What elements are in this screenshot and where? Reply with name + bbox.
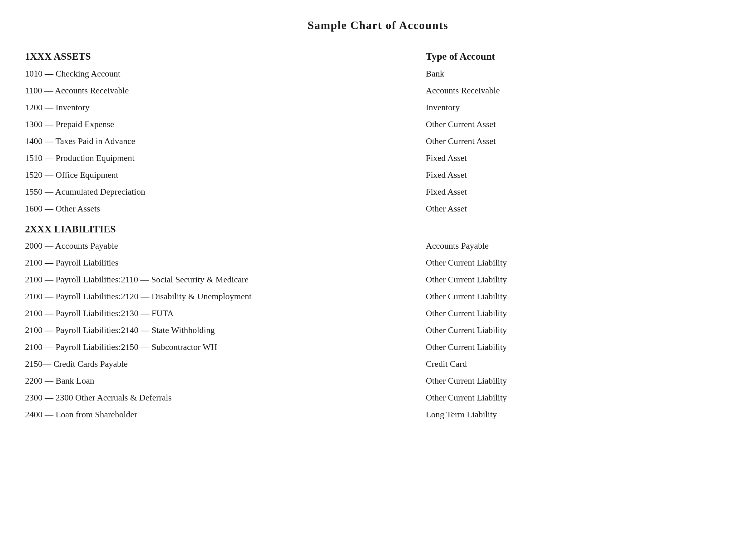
account-type: Other Current Liability bbox=[413, 374, 731, 387]
account-name: 2100 — Payroll Liabilities:2130 — FUTA bbox=[25, 307, 413, 320]
account-type: Long Term Liability bbox=[413, 408, 731, 421]
account-name: 1520 — Office Equipment bbox=[25, 168, 413, 181]
table-row: 1510 — Production EquipmentFixed Asset bbox=[25, 150, 731, 166]
account-type: Other Current Liability bbox=[413, 307, 731, 320]
account-name: 2400 — Loan from Shareholder bbox=[25, 408, 413, 421]
table-row: 2100 — Payroll LiabilitiesOther Current … bbox=[25, 254, 731, 271]
assets-list: 1010 — Checking AccountBank1100 — Accoun… bbox=[25, 65, 731, 217]
account-type: Other Current Asset bbox=[413, 135, 731, 148]
assets-section-header: 1XXX ASSETS bbox=[25, 50, 413, 62]
type-column-header: Type of Account bbox=[413, 50, 731, 62]
account-name: 2100 — Payroll Liabilities:2120 — Disabi… bbox=[25, 290, 413, 303]
table-row: 1300 — Prepaid ExpenseOther Current Asse… bbox=[25, 116, 731, 133]
account-name: 2300 — 2300 Other Accruals & Deferrals bbox=[25, 391, 413, 404]
table-row: 2100 — Payroll Liabilities:2150 — Subcon… bbox=[25, 338, 731, 356]
table-row: 2400 — Loan from ShareholderLong Term Li… bbox=[25, 406, 731, 423]
table-row: 1520 — Office EquipmentFixed Asset bbox=[25, 166, 731, 183]
account-type: Inventory bbox=[413, 101, 731, 114]
table-row: 2000 — Accounts PayableAccounts Payable bbox=[25, 238, 731, 254]
account-type: Other Current Liability bbox=[413, 256, 731, 269]
table-row: 1600 — Other AssetsOther Asset bbox=[25, 200, 731, 217]
account-type: Other Current Liability bbox=[413, 391, 731, 404]
account-name: 1550 — Acumulated Depreciation bbox=[25, 185, 413, 198]
account-type: Credit Card bbox=[413, 358, 731, 371]
account-type: Bank bbox=[413, 67, 731, 80]
table-row: 1400 — Taxes Paid in AdvanceOther Curren… bbox=[25, 133, 731, 150]
account-type: Other Current Liability bbox=[413, 273, 731, 286]
account-name: 1200 — Inventory bbox=[25, 101, 413, 114]
table-row: 2100 — Payroll Liabilities:2110 — Social… bbox=[25, 271, 731, 288]
column-headers: 1XXX ASSETS Type of Account bbox=[25, 50, 731, 62]
account-type: Other Current Liability bbox=[413, 324, 731, 337]
account-name: 1100 — Accounts Receivable bbox=[25, 84, 413, 97]
table-row: 1010 — Checking AccountBank bbox=[25, 65, 731, 82]
account-name: 1510 — Production Equipment bbox=[25, 151, 413, 165]
table-row: 2150— Credit Cards PayableCredit Card bbox=[25, 356, 731, 372]
table-row: 1550 — Acumulated DepreciationFixed Asse… bbox=[25, 183, 731, 200]
table-row: 2200 — Bank LoanOther Current Liability bbox=[25, 372, 731, 389]
table-row: 2300 — 2300 Other Accruals & DeferralsOt… bbox=[25, 389, 731, 406]
account-name: 2100 — Payroll Liabilities bbox=[25, 256, 413, 269]
account-name: 2100 — Payroll Liabilities:2140 — State … bbox=[25, 324, 413, 337]
account-type: Other Current Asset bbox=[413, 118, 731, 131]
account-type: Other Current Liability bbox=[413, 340, 731, 354]
table-row: 1200 — InventoryInventory bbox=[25, 99, 731, 116]
account-type: Other Current Liability bbox=[413, 290, 731, 303]
page-title: Sample Chart of Accounts bbox=[25, 19, 731, 32]
table-row: 2100 — Payroll Liabilities:2130 — FUTAOt… bbox=[25, 305, 731, 322]
chart-of-accounts: Sample Chart of Accounts 1XXX ASSETS Typ… bbox=[25, 19, 731, 423]
liabilities-list: 2000 — Accounts PayableAccounts Payable2… bbox=[25, 238, 731, 423]
liabilities-section-header: 2XXX LIABILITIES bbox=[25, 223, 731, 235]
account-type: Accounts Payable bbox=[413, 239, 731, 252]
table-row: 1100 — Accounts ReceivableAccounts Recei… bbox=[25, 82, 731, 99]
account-type: Fixed Asset bbox=[413, 185, 731, 198]
account-type: Other Asset bbox=[413, 202, 731, 215]
account-type: Accounts Receivable bbox=[413, 84, 731, 97]
account-name: 2200 — Bank Loan bbox=[25, 374, 413, 387]
account-name: 2100 — Payroll Liabilities:2150 — Subcon… bbox=[25, 340, 413, 354]
account-name: 1600 — Other Assets bbox=[25, 202, 413, 215]
table-row: 2100 — Payroll Liabilities:2140 — State … bbox=[25, 322, 731, 338]
account-type: Fixed Asset bbox=[413, 168, 731, 181]
account-type: Fixed Asset bbox=[413, 151, 731, 165]
account-name: 1300 — Prepaid Expense bbox=[25, 118, 413, 131]
table-row: 2100 — Payroll Liabilities:2120 — Disabi… bbox=[25, 288, 731, 305]
account-name: 1400 — Taxes Paid in Advance bbox=[25, 135, 413, 148]
account-name: 2100 — Payroll Liabilities:2110 — Social… bbox=[25, 273, 413, 286]
account-name: 2000 — Accounts Payable bbox=[25, 239, 413, 252]
account-name: 2150— Credit Cards Payable bbox=[25, 358, 413, 371]
account-name: 1010 — Checking Account bbox=[25, 67, 413, 80]
